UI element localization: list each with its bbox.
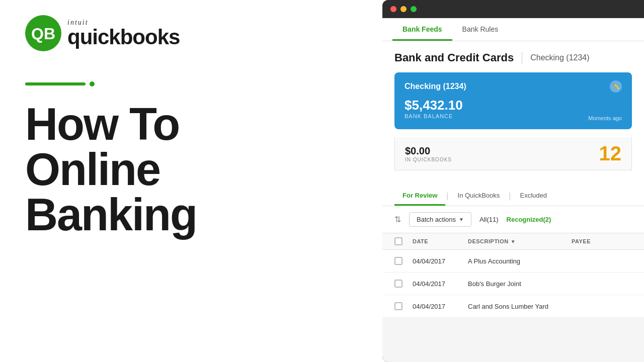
qb-balance-amount: $0.00	[405, 145, 452, 157]
tab-bank-rules[interactable]: Bank Rules	[452, 18, 509, 41]
sort-description-icon[interactable]: ▼	[511, 239, 516, 244]
col-date: DATE	[413, 238, 468, 244]
heading-line3: Banking	[25, 192, 357, 237]
row-checkbox-2[interactable]	[394, 280, 403, 288]
browser-mockup: Bank Feeds Bank Rules Bank and Credit Ca…	[382, 0, 644, 362]
col-description: DESCRIPTION ▼	[468, 238, 572, 244]
green-dot	[90, 81, 95, 86]
dropdown-arrow-icon: ▼	[459, 217, 464, 222]
select-all-checkbox[interactable]	[394, 237, 403, 245]
account-card-header: Checking (1234) ✏️	[405, 80, 622, 93]
green-line	[25, 82, 86, 85]
table-header: DATE DESCRIPTION ▼ PAYEE	[382, 233, 644, 250]
bank-balance-amount: $5,432.10	[405, 98, 622, 113]
qb-balance-left: $0.00 IN QUICKBOOKS	[405, 145, 452, 162]
account-card: Checking (1234) ✏️ $5,432.10 BANK BALANC…	[394, 72, 632, 129]
heading-line1: How To	[25, 102, 357, 147]
transactions-table: DATE DESCRIPTION ▼ PAYEE 04/04/2017 A Pl…	[382, 233, 644, 318]
table-row: 04/04/2017 Carl and Sons Lumber Yard	[382, 295, 644, 318]
filter-recognized[interactable]: Recognized(2)	[507, 216, 551, 223]
transaction-toolbar: ⇅ Batch actions ▼ All(11) Recognized(2)	[382, 206, 644, 233]
brand-name: intuit quickbooks	[67, 19, 180, 48]
col-payee: PAYEE	[572, 238, 632, 244]
close-button-icon[interactable]	[390, 6, 396, 12]
tab-in-quickbooks[interactable]: In QuickBooks	[450, 187, 508, 206]
minimize-button-icon[interactable]	[400, 6, 407, 12]
filter-all[interactable]: All(11)	[479, 216, 499, 223]
tab-bank-feeds[interactable]: Bank Feeds	[392, 18, 452, 41]
batch-actions-label: Batch actions	[417, 216, 456, 223]
row-description-2[interactable]: Bob's Burger Joint	[468, 280, 572, 288]
row-date-1: 04/04/2017	[413, 257, 468, 265]
main-heading: How To Online Banking	[25, 102, 357, 237]
left-panel: QB intuit quickbooks How To Online Banki…	[0, 0, 382, 362]
bank-balance-label: BANK BALANCE	[405, 113, 453, 119]
row-date-2: 04/04/2017	[413, 280, 468, 288]
main-content-area: Bank and Credit Cards Checking (1234) Ch…	[382, 41, 644, 187]
sort-icon: ⇅	[394, 215, 401, 224]
row-description-1[interactable]: A Plus Accounting	[468, 257, 572, 265]
browser-chrome	[382, 0, 644, 18]
row-date-3: 04/04/2017	[413, 303, 468, 310]
title-divider	[522, 52, 522, 64]
row-checkbox-3[interactable]	[394, 302, 403, 310]
transactions-count: 12	[599, 142, 622, 165]
batch-actions-button[interactable]: Batch actions ▼	[409, 212, 471, 227]
row-description-3[interactable]: Carl and Sons Lumber Yard	[468, 303, 572, 310]
account-name: Checking (1234)	[405, 82, 466, 91]
quickbooks-label: quickbooks	[67, 27, 180, 48]
row-checkbox-1[interactable]	[394, 257, 403, 265]
main-tab-bar: Bank Feeds Bank Rules	[382, 18, 644, 41]
sub-tab-bar: For Review | In QuickBooks | Excluded	[382, 187, 644, 206]
table-row: 04/04/2017 A Plus Accounting	[382, 250, 644, 273]
logo-area: QB intuit quickbooks	[25, 15, 357, 51]
account-subtitle: Checking (1234)	[530, 53, 589, 62]
quickbooks-logo: QB	[25, 15, 61, 51]
browser-content: Bank Feeds Bank Rules Bank and Credit Ca…	[382, 18, 644, 362]
svg-text:QB: QB	[31, 25, 55, 43]
balance-time: Moments ago	[588, 115, 622, 121]
edit-account-button[interactable]: ✏️	[610, 80, 622, 93]
fullscreen-button-icon[interactable]	[411, 6, 417, 12]
page-title-row: Bank and Credit Cards Checking (1234)	[394, 51, 632, 64]
balance-row: BANK BALANCE Moments ago	[405, 113, 622, 121]
table-row: 04/04/2017 Bob's Burger Joint	[382, 273, 644, 295]
page-title: Bank and Credit Cards	[394, 51, 514, 64]
tab-for-review[interactable]: For Review	[394, 187, 445, 206]
qb-balance-label: IN QUICKBOOKS	[405, 157, 452, 162]
divider	[25, 81, 357, 86]
tab-excluded[interactable]: Excluded	[512, 187, 555, 206]
heading-line2: Online	[25, 147, 357, 192]
qb-balance-section: $0.00 IN QUICKBOOKS 12	[394, 137, 632, 170]
